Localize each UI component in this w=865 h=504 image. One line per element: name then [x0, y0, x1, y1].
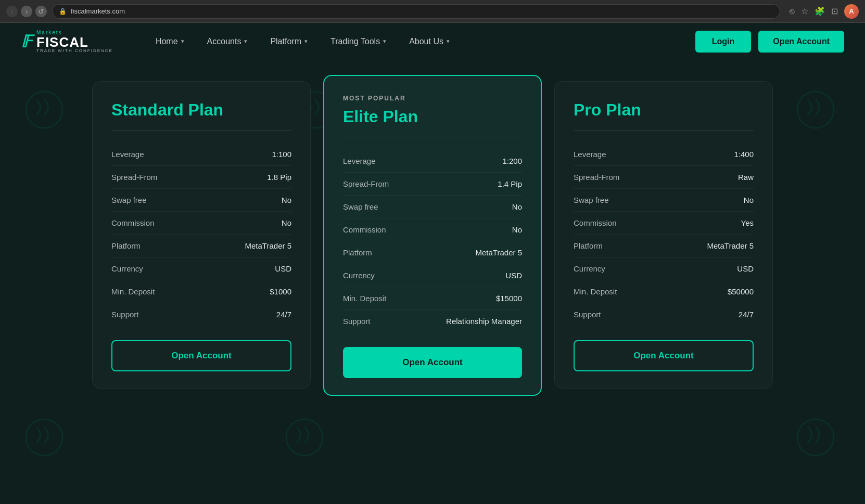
- plan-row-value: Relationship Manager: [446, 317, 522, 326]
- plan-row-label: Swap free: [343, 202, 378, 211]
- plan-row-label: Commission: [111, 218, 155, 227]
- plan-row: Support 24/7: [111, 303, 291, 326]
- plan-row-value: 1.8 Pip: [267, 173, 291, 182]
- plan-row: Swap free No: [111, 189, 291, 212]
- plan-row-label: Currency: [343, 271, 375, 280]
- plan-row-label: Platform: [111, 241, 141, 250]
- plan-row-value: No: [512, 202, 522, 211]
- nav-accounts[interactable]: Accounts ▾: [196, 23, 259, 60]
- plan-row-label: Spread-From: [343, 179, 389, 188]
- plan-row-label: Swap free: [111, 196, 147, 204]
- browser-chrome: ‹ › ↺ 🔒 fiscalmarkets.com ⎋ ☆ 🧩 ⊡ A: [0, 0, 865, 23]
- plan-row: Platform MetaTrader 5: [343, 241, 522, 264]
- logo-tagline-text: TRADE WITH CONFIDENCE: [36, 49, 113, 53]
- plan-row-label: Min. Deposit: [111, 287, 155, 296]
- plan-row: Leverage 1:400: [574, 143, 754, 166]
- plan-row-label: Leverage: [343, 157, 376, 165]
- profile-avatar[interactable]: A: [844, 4, 859, 19]
- svg-point-5: [797, 419, 834, 456]
- nav-about-us[interactable]: About Us ▾: [398, 23, 461, 60]
- nav-trading-tools[interactable]: Trading Tools ▾: [319, 23, 398, 60]
- page-content: Standard Plan Leverage 1:100 Spread-From…: [0, 60, 865, 504]
- plan-row: Min. Deposit $15000: [343, 287, 522, 310]
- plan-row-label: Currency: [574, 264, 605, 273]
- bookmark-icon[interactable]: ☆: [801, 6, 808, 16]
- plan-row-value: 1:200: [502, 157, 522, 165]
- plan-row-label: Commission: [574, 218, 617, 227]
- plan-row: Swap free No: [574, 189, 754, 212]
- plan-row: Support 24/7: [574, 303, 754, 326]
- lock-icon: 🔒: [59, 8, 67, 15]
- plan-row-value: MetaTrader 5: [476, 248, 522, 257]
- logo-icon: 𝔽: [21, 32, 32, 51]
- plan-row: Leverage 1:200: [343, 150, 522, 173]
- plan-row-label: Commission: [343, 225, 386, 234]
- plan-rows-pro: Leverage 1:400 Spread-From Raw Swap free…: [574, 143, 754, 326]
- reload-button[interactable]: ↺: [35, 6, 47, 17]
- plan-row: Platform MetaTrader 5: [574, 235, 754, 257]
- plan-row-value: USD: [275, 264, 291, 273]
- plan-row-value: 1:100: [272, 150, 291, 159]
- share-icon[interactable]: ⎋: [790, 7, 795, 16]
- plan-card-standard: Standard Plan Leverage 1:100 Spread-From…: [92, 81, 311, 389]
- plan-row: Commission No: [343, 218, 522, 241]
- plan-row-value: 1:400: [734, 150, 754, 159]
- plan-divider-elite: [343, 137, 522, 137]
- open-account-elite-button[interactable]: Open Account: [343, 347, 522, 378]
- open-account-pro-button[interactable]: Open Account: [574, 340, 754, 371]
- plan-row-label: Swap free: [574, 196, 609, 204]
- plan-row-label: Leverage: [111, 150, 144, 159]
- plan-row-label: Min. Deposit: [574, 287, 617, 296]
- plan-rows-elite: Leverage 1:200 Spread-From 1.4 Pip Swap …: [343, 150, 522, 332]
- accounts-chevron-icon: ▾: [244, 38, 247, 45]
- plan-title-standard: Standard Plan: [111, 100, 291, 120]
- plan-row-value: 1.4 Pip: [498, 179, 522, 188]
- plan-row: Leverage 1:100: [111, 143, 291, 166]
- plan-row-value: $1000: [270, 287, 291, 296]
- extensions-icon[interactable]: 🧩: [815, 6, 825, 16]
- plan-row-value: MetaTrader 5: [245, 241, 291, 250]
- plan-row-label: Leverage: [574, 150, 606, 159]
- logo[interactable]: 𝔽 Markets FISCAL TRADE WITH CONFIDENCE: [21, 30, 113, 53]
- plan-row-value: 24/7: [276, 310, 291, 319]
- browser-menu-icon[interactable]: ⊡: [831, 6, 838, 16]
- forward-button[interactable]: ›: [21, 6, 32, 17]
- plan-title-elite: Elite Plan: [343, 107, 522, 126]
- watermark-5: [276, 409, 333, 466]
- nav-platform[interactable]: Platform ▾: [259, 23, 319, 60]
- plan-row-label: Support: [343, 317, 371, 326]
- plan-badge-elite: MOST POPULAR: [343, 95, 522, 102]
- plan-row: Commission Yes: [574, 212, 754, 235]
- plan-row: Min. Deposit $1000: [111, 280, 291, 303]
- plan-divider-pro: [574, 130, 754, 131]
- svg-point-3: [26, 419, 62, 456]
- plan-row-label: Platform: [574, 241, 603, 250]
- plan-divider-standard: [111, 130, 291, 131]
- plan-row: Spread-From Raw: [574, 166, 754, 189]
- login-button[interactable]: Login: [695, 31, 752, 53]
- plan-row: Spread-From 1.4 Pip: [343, 173, 522, 196]
- plan-row-value: Raw: [738, 173, 754, 182]
- navbar: 𝔽 Markets FISCAL TRADE WITH CONFIDENCE H…: [0, 23, 865, 60]
- plan-row: Swap free No: [343, 196, 522, 218]
- plan-row-value: MetaTrader 5: [707, 241, 754, 250]
- plan-row-value: No: [282, 196, 291, 204]
- site-wrapper: 𝔽 Markets FISCAL TRADE WITH CONFIDENCE H…: [0, 23, 865, 504]
- plan-row-label: Min. Deposit: [343, 294, 386, 303]
- plan-row-label: Currency: [111, 264, 143, 273]
- plan-row-value: No: [744, 196, 754, 204]
- plan-row-value: 24/7: [739, 310, 754, 319]
- address-bar[interactable]: 🔒 fiscalmarkets.com: [52, 4, 780, 19]
- open-account-standard-button[interactable]: Open Account: [111, 340, 291, 371]
- plans-row: Standard Plan Leverage 1:100 Spread-From…: [42, 81, 823, 396]
- open-account-nav-button[interactable]: Open Account: [758, 31, 844, 53]
- nav-home[interactable]: Home ▾: [144, 23, 196, 60]
- back-button[interactable]: ‹: [6, 6, 18, 17]
- plan-card-elite: MOST POPULAR Elite Plan Leverage 1:200 S…: [323, 75, 542, 396]
- plan-row-label: Platform: [343, 248, 372, 257]
- watermark-4: [16, 409, 73, 466]
- plan-row-label: Support: [574, 310, 601, 319]
- plan-row: Support Relationship Manager: [343, 310, 522, 332]
- plan-row-value: Yes: [741, 218, 754, 227]
- plan-row-value: $15000: [496, 294, 522, 303]
